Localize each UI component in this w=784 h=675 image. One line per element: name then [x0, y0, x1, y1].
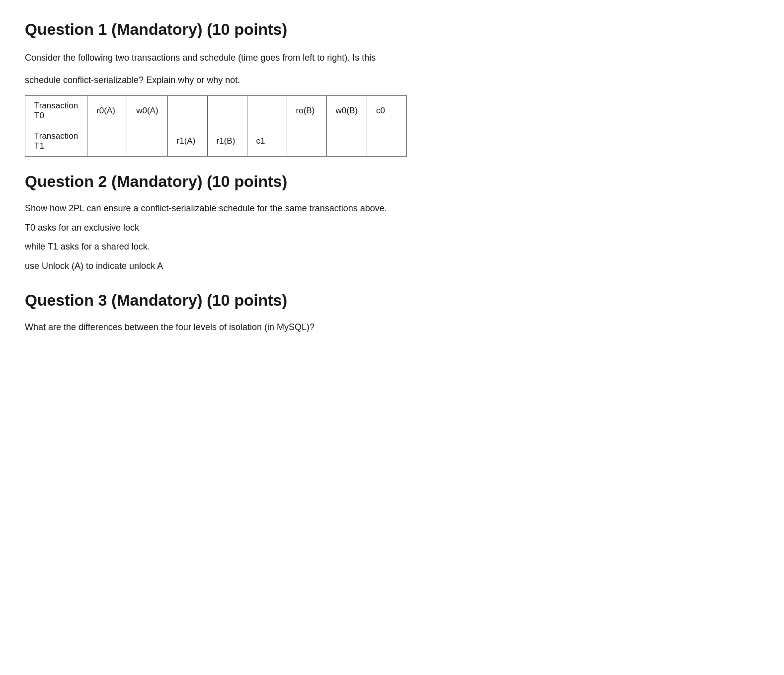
question2-line2: while T1 asks for a shared lock.	[25, 239, 759, 254]
cell-t1-3: r1(A)	[167, 126, 207, 156]
question3-title: Question 3 (Mandatory) (10 points)	[25, 291, 759, 310]
cell-t1-2	[127, 126, 167, 156]
cell-t1-6	[287, 126, 326, 156]
question2-description: Show how 2PL can ensure a conflict-seria…	[25, 201, 759, 216]
question1-title: Question 1 (Mandatory) (10 points)	[25, 20, 759, 39]
table-row: TransactionT0 r0(A) w0(A) ro(B) w0(B) c0	[25, 95, 407, 126]
question3-description: What are the differences between the fou…	[25, 320, 759, 335]
cell-t0-6: ro(B)	[287, 95, 326, 126]
question2-title: Question 2 (Mandatory) (10 points)	[25, 172, 759, 191]
question1-desc-line1: Consider the following two transactions …	[25, 51, 759, 65]
cell-t0-2: w0(A)	[127, 95, 167, 126]
schedule-table: TransactionT0 r0(A) w0(A) ro(B) w0(B) c0…	[25, 95, 407, 157]
cell-t0-4	[207, 95, 247, 126]
question1-desc-line2: schedule conflict-serializable? Explain …	[25, 73, 759, 87]
table-row: TransactionT1 r1(A) r1(B) c1	[25, 126, 407, 156]
question2-line3: use Unlock (A) to indicate unlock A	[25, 258, 759, 274]
question2-line1: T0 asks for an exclusive lock	[25, 220, 759, 236]
cell-t0-7: w0(B)	[326, 95, 367, 126]
row-label-t0: TransactionT0	[25, 95, 87, 126]
question1-section: Question 1 (Mandatory) (10 points) Consi…	[25, 20, 759, 157]
cell-t1-5: c1	[247, 126, 287, 156]
row-label-t1: TransactionT1	[25, 126, 87, 156]
cell-t1-8	[367, 126, 407, 156]
cell-t1-4: r1(B)	[207, 126, 247, 156]
question2-section: Question 2 (Mandatory) (10 points) Show …	[25, 172, 759, 273]
cell-t0-3	[167, 95, 207, 126]
question3-section: Question 3 (Mandatory) (10 points) What …	[25, 291, 759, 335]
cell-t0-1: r0(A)	[87, 95, 127, 126]
cell-t0-8: c0	[367, 95, 407, 126]
cell-t1-1	[87, 126, 127, 156]
cell-t0-5	[247, 95, 287, 126]
cell-t1-7	[326, 126, 367, 156]
